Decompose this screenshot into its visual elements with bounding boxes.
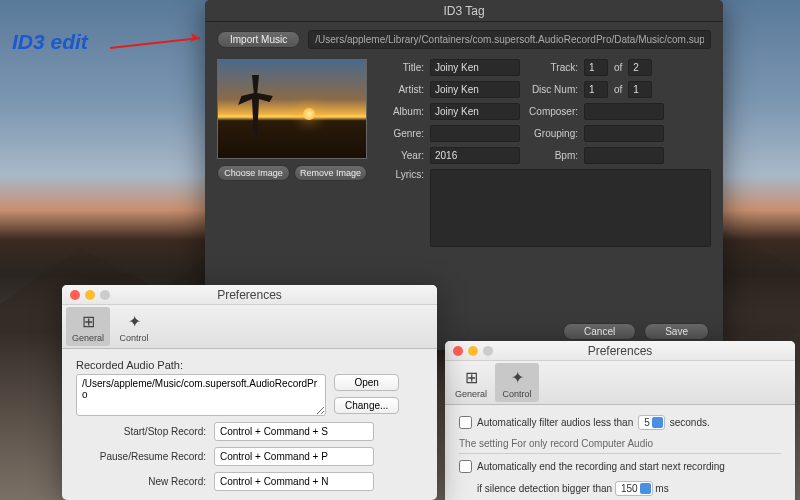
silence-pre-label: if silence detection bigger than	[477, 483, 612, 494]
album-artwork	[217, 59, 367, 159]
disc-input[interactable]	[584, 81, 608, 98]
annotation-arrow	[105, 30, 215, 64]
tab-general[interactable]: ⊞General	[449, 363, 493, 402]
start-record-input[interactable]	[214, 422, 374, 441]
track-input[interactable]	[584, 59, 608, 76]
close-icon[interactable]	[70, 290, 80, 300]
pref1-titlebar: Preferences	[62, 285, 437, 305]
title-input[interactable]	[430, 59, 520, 76]
preferences-window-general: Preferences ⊞General ✦Control Recorded A…	[62, 285, 437, 500]
close-icon[interactable]	[453, 346, 463, 356]
tab-control-label: Control	[502, 389, 531, 399]
switch-icon: ⊞	[77, 311, 99, 333]
recorded-path-input[interactable]	[76, 374, 326, 416]
lyrics-label: Lyrics:	[379, 169, 424, 180]
preferences-window-control: Preferences ⊞General ✦Control Automatica…	[445, 341, 795, 500]
new-record-label: New Record:	[76, 476, 206, 487]
tab-control-label: Control	[119, 333, 148, 343]
slider-icon: ✦	[506, 367, 528, 389]
path-label: Recorded Audio Path:	[76, 359, 423, 371]
pref1-title: Preferences	[62, 288, 437, 302]
zoom-icon	[483, 346, 493, 356]
track-of-input[interactable]	[628, 59, 652, 76]
group-label: The setting For only record Computer Aud…	[459, 438, 781, 449]
artist-label: Artist:	[379, 84, 424, 95]
year-label: Year:	[379, 150, 424, 161]
tab-control[interactable]: ✦Control	[495, 363, 539, 402]
new-record-input[interactable]	[214, 472, 374, 491]
composer-input[interactable]	[584, 103, 664, 120]
id3-titlebar: ID3 Tag	[205, 0, 723, 22]
switch-icon: ⊞	[460, 367, 482, 389]
minimize-icon[interactable]	[85, 290, 95, 300]
tab-control[interactable]: ✦Control	[112, 307, 156, 346]
minimize-icon[interactable]	[468, 346, 478, 356]
filter-pre-label: Automatically filter audios less than	[477, 417, 633, 428]
disc-of-input[interactable]	[628, 81, 652, 98]
genre-label: Genre:	[379, 128, 424, 139]
filter-post-label: seconds.	[670, 417, 710, 428]
auto-end-checkbox[interactable]	[459, 460, 472, 473]
tab-general-label: General	[72, 333, 104, 343]
traffic-lights[interactable]	[70, 290, 110, 300]
silence-post-label: ms	[655, 483, 668, 494]
zoom-icon	[100, 290, 110, 300]
auto-end-label: Automatically end the recording and star…	[477, 461, 725, 472]
import-music-button[interactable]: Import Music	[217, 31, 300, 48]
bpm-label: Bpm:	[526, 150, 578, 161]
bpm-input[interactable]	[584, 147, 664, 164]
pref2-titlebar: Preferences	[445, 341, 795, 361]
choose-image-button[interactable]: Choose Image	[217, 165, 290, 181]
slider-icon: ✦	[123, 311, 145, 333]
save-button[interactable]: Save	[644, 323, 709, 340]
artist-input[interactable]	[430, 81, 520, 98]
year-input[interactable]	[430, 147, 520, 164]
album-label: Album:	[379, 106, 424, 117]
pause-record-input[interactable]	[214, 447, 374, 466]
track-label: Track:	[526, 62, 578, 73]
disc-of-label: of	[614, 84, 622, 95]
id3-title: ID3 Tag	[443, 4, 484, 18]
title-label: Title:	[379, 62, 424, 73]
music-path-field[interactable]	[308, 30, 711, 49]
silence-ms-select[interactable]: 150	[615, 481, 653, 496]
cancel-button[interactable]: Cancel	[563, 323, 636, 340]
grouping-label: Grouping:	[526, 128, 578, 139]
genre-input[interactable]	[430, 125, 520, 142]
track-of-label: of	[614, 62, 622, 73]
tab-general-label: General	[455, 389, 487, 399]
filter-seconds-select[interactable]: 5	[638, 415, 665, 430]
open-button[interactable]: Open	[334, 374, 399, 391]
pause-record-label: Pause/Resume Record:	[76, 451, 206, 462]
composer-label: Composer:	[526, 106, 578, 117]
pref1-toolbar: ⊞General ✦Control	[62, 305, 437, 349]
change-button[interactable]: Change...	[334, 397, 399, 414]
tab-general[interactable]: ⊞General	[66, 307, 110, 346]
grouping-input[interactable]	[584, 125, 664, 142]
discnum-label: Disc Num:	[526, 84, 578, 95]
album-input[interactable]	[430, 103, 520, 120]
filter-audio-checkbox[interactable]	[459, 416, 472, 429]
traffic-lights[interactable]	[453, 346, 493, 356]
remove-image-button[interactable]: Remove Image	[294, 165, 367, 181]
annotation-label: ID3 edit	[12, 30, 88, 54]
pref2-title: Preferences	[445, 344, 795, 358]
lyrics-textarea[interactable]	[430, 169, 711, 247]
start-record-label: Start/Stop Record:	[76, 426, 206, 437]
pref2-toolbar: ⊞General ✦Control	[445, 361, 795, 405]
